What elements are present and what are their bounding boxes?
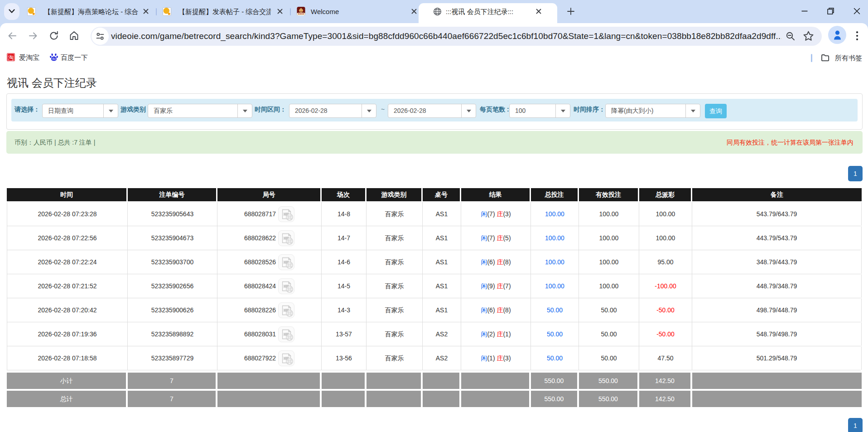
svg-text:du: du [52, 57, 56, 60]
svg-text:淘: 淘 [8, 54, 14, 61]
